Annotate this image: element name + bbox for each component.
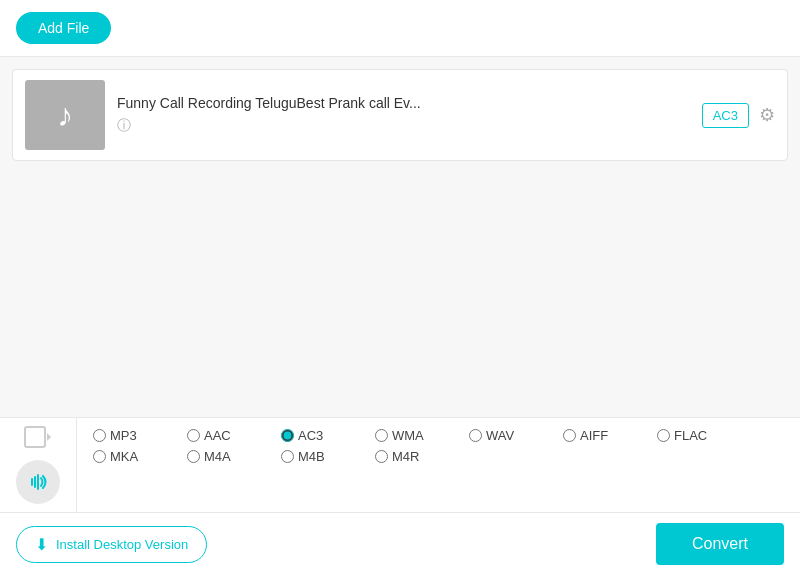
info-icon[interactable]: ⓘ: [117, 117, 690, 135]
file-thumbnail: ♪: [25, 80, 105, 150]
format-row-2: MKA M4A M4B M4R: [93, 449, 784, 464]
radio-wma[interactable]: [375, 429, 388, 442]
svg-marker-1: [47, 433, 51, 441]
format-option-m4r[interactable]: M4R: [375, 449, 465, 464]
label-m4r: M4R: [392, 449, 419, 464]
label-m4b: M4B: [298, 449, 325, 464]
format-option-ac3[interactable]: AC3: [281, 428, 371, 443]
format-option-wav[interactable]: WAV: [469, 428, 559, 443]
format-option-mka[interactable]: MKA: [93, 449, 183, 464]
convert-button[interactable]: Convert: [656, 523, 784, 565]
radio-wav[interactable]: [469, 429, 482, 442]
label-mka: MKA: [110, 449, 138, 464]
tab-icons: [0, 418, 77, 512]
audio-tab-icon[interactable]: [16, 460, 60, 504]
add-file-button[interactable]: Add File: [16, 12, 111, 44]
bottom-panel: MP3 AAC AC3 WMA WAV: [0, 417, 800, 575]
radio-aiff[interactable]: [563, 429, 576, 442]
format-option-wma[interactable]: WMA: [375, 428, 465, 443]
toolbar: Add File: [0, 0, 800, 57]
file-list: ♪ Funny Call Recording TeluguBest Prank …: [0, 57, 800, 417]
radio-m4a[interactable]: [187, 450, 200, 463]
format-option-mp3[interactable]: MP3: [93, 428, 183, 443]
label-mp3: MP3: [110, 428, 137, 443]
radio-mka[interactable]: [93, 450, 106, 463]
video-tab-icon[interactable]: [24, 426, 52, 454]
label-aiff: AIFF: [580, 428, 608, 443]
format-options: MP3 AAC AC3 WMA WAV: [77, 418, 800, 512]
radio-ac3[interactable]: [281, 429, 294, 442]
label-flac: FLAC: [674, 428, 707, 443]
radio-aac[interactable]: [187, 429, 200, 442]
label-aac: AAC: [204, 428, 231, 443]
format-option-aac[interactable]: AAC: [187, 428, 277, 443]
radio-flac[interactable]: [657, 429, 670, 442]
label-wav: WAV: [486, 428, 514, 443]
download-icon: ⬇: [35, 535, 48, 554]
format-option-m4b[interactable]: M4B: [281, 449, 371, 464]
label-ac3: AC3: [298, 428, 323, 443]
radio-mp3[interactable]: [93, 429, 106, 442]
file-actions: AC3 ⚙: [702, 103, 775, 128]
label-m4a: M4A: [204, 449, 231, 464]
format-tabs: MP3 AAC AC3 WMA WAV: [0, 418, 800, 513]
format-badge-button[interactable]: AC3: [702, 103, 749, 128]
file-info: Funny Call Recording TeluguBest Prank ca…: [117, 95, 690, 135]
label-wma: WMA: [392, 428, 424, 443]
radio-m4r[interactable]: [375, 450, 388, 463]
install-label: Install Desktop Version: [56, 537, 188, 552]
file-name: Funny Call Recording TeluguBest Prank ca…: [117, 95, 690, 111]
radio-m4b[interactable]: [281, 450, 294, 463]
format-option-aiff[interactable]: AIFF: [563, 428, 653, 443]
settings-icon[interactable]: ⚙: [759, 104, 775, 126]
format-option-m4a[interactable]: M4A: [187, 449, 277, 464]
footer: ⬇ Install Desktop Version Convert: [0, 513, 800, 575]
file-item: ♪ Funny Call Recording TeluguBest Prank …: [12, 69, 788, 161]
music-icon: ♪: [57, 97, 73, 134]
format-option-flac[interactable]: FLAC: [657, 428, 747, 443]
format-row-1: MP3 AAC AC3 WMA WAV: [93, 428, 784, 443]
install-desktop-button[interactable]: ⬇ Install Desktop Version: [16, 526, 207, 563]
svg-rect-0: [25, 427, 45, 447]
